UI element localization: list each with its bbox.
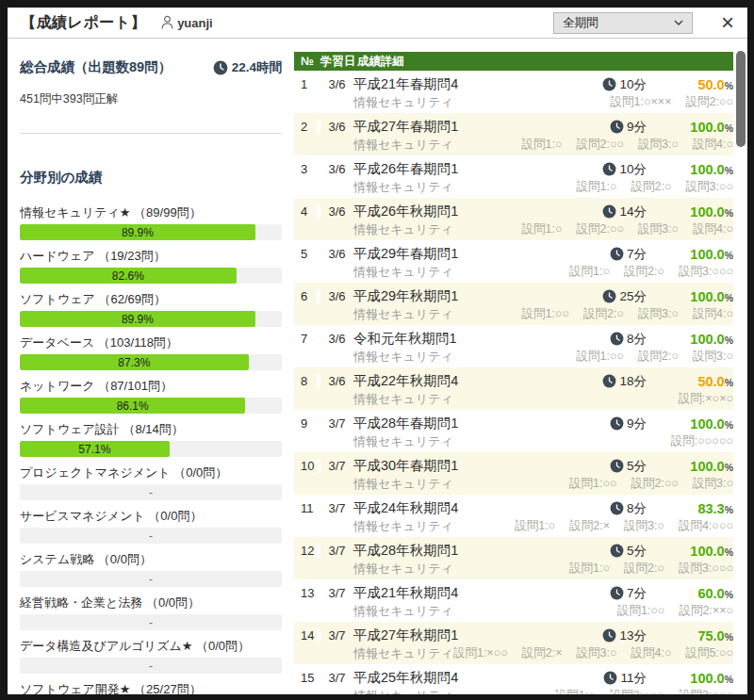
content: 総合成績（出題数89問） 22.4時間 451問中393問正解 87.1% 分野…	[8, 40, 747, 694]
row-date: 3/7	[320, 544, 353, 558]
table-row[interactable]: 113/7平成24年秋期問48分83.3%情報セキュリティ設問1:○設問2:×設…	[294, 495, 733, 537]
row-number: 11	[294, 501, 320, 515]
percent-value: 50.0	[697, 374, 724, 389]
percent-value: 100.0	[690, 247, 724, 262]
percent-unit: %	[725, 80, 733, 91]
table-row[interactable]: 83/6平成22年秋期問418分50.0%情報セキュリティ設問:×○×○	[294, 367, 733, 410]
category-percent: 89.9%	[122, 313, 154, 326]
clock-icon	[610, 247, 624, 261]
duration-value: 8分	[627, 331, 647, 348]
category-list: 情報セキュリティ★ （89/99問）89.9%ハードウェア （19/23問）82…	[20, 204, 282, 694]
header-detail: 成績詳細	[357, 54, 404, 70]
question-result: 設問1:×○○	[453, 645, 508, 661]
category-progress-bar: -	[20, 528, 282, 544]
question-result: 設問4:○	[693, 137, 733, 153]
table-row[interactable]: 133/7平成21年秋期問47分60.0%情報セキュリティ設問1:○○設問2:×…	[294, 579, 733, 622]
exam-category: 情報セキュリティ	[353, 433, 453, 450]
question-result: 設問2:○○	[577, 137, 625, 153]
row-number: 1	[294, 77, 320, 91]
row-duration: 10分	[556, 161, 647, 178]
row-number: 3	[294, 162, 320, 176]
row-percent: 100.0%	[647, 119, 733, 136]
exam-category: 情報セキュリティ	[353, 476, 453, 493]
question-result: 設問2:○	[631, 179, 671, 195]
exam-title: 平成25年秋期問4	[353, 669, 556, 687]
user-info: yuanji	[161, 15, 213, 30]
percent-value: 100.0	[690, 671, 724, 686]
row-percent: 75.0%	[647, 627, 733, 644]
table-row[interactable]: 33/6平成26年春期問110分100.0%情報セキュリティ設問1:○設問2:○…	[294, 155, 733, 198]
category-percent: 82.6%	[112, 269, 144, 283]
results-table: 13/6平成21年春期問410分50.0%情報セキュリティ設問1:○×××設問2…	[294, 71, 733, 694]
exam-title: 平成27年春期問1	[353, 118, 556, 136]
exam-category: 情報セキュリティ	[353, 221, 453, 238]
clock-icon	[602, 162, 616, 176]
row-duration: 8分	[556, 500, 647, 517]
period-select[interactable]: 全期間	[553, 12, 693, 34]
percent-value: 100.0	[690, 289, 724, 304]
exam-category: 情報セキュリティ	[353, 391, 453, 408]
row-percent: 100.0%	[647, 246, 733, 263]
duration-value: 7分	[627, 585, 647, 602]
percent-unit: %	[725, 589, 733, 600]
table-row[interactable]: 63/6平成29年秋期問125分100.0%情報セキュリティ設問1:○○設問2:…	[294, 283, 733, 325]
question-results: 設問1:○×××設問2:○○	[611, 94, 733, 110]
exam-category: 情報セキュリティ	[353, 518, 453, 535]
row-percent: 100.0%	[647, 161, 733, 178]
row-date: 3/6	[320, 374, 353, 388]
category-label: ソフトウェア開発★ （25/27問）	[20, 681, 282, 694]
table-row[interactable]: 73/6令和元年秋期問18分100.0%情報セキュリティ設問1:○○設問2:○設…	[294, 325, 733, 367]
table-row[interactable]: 13/6平成21年春期問410分50.0%情報セキュリティ設問1:○×××設問2…	[294, 71, 733, 113]
category-percent: 57.1%	[78, 443, 110, 456]
row-percent: 83.3%	[647, 500, 733, 517]
question-result: 設問4:○	[631, 645, 671, 661]
row-percent: 100.0%	[647, 288, 733, 305]
table-row[interactable]: 93/7平成28年春期問19分100.0%情報セキュリティ設問:○○○○○	[294, 410, 733, 452]
exam-category: 情報セキュリティ	[353, 264, 453, 281]
table-row[interactable]: 123/7平成28年秋期問15分100.0%情報セキュリティ設問1:○設問2:○…	[294, 537, 733, 579]
percent-value: 60.0	[697, 586, 724, 601]
category-label: サービスマネジメント （0/0問）	[20, 508, 282, 525]
scrollbar-thumb[interactable]	[736, 51, 746, 147]
exam-title: 平成28年秋期問1	[353, 542, 556, 560]
table-row[interactable]: 153/7平成25年秋期問411分100.0%情報セキュリティ設問1:○設問2:…	[294, 664, 733, 694]
question-result: 設問2:○	[583, 306, 624, 322]
question-result: 設問2:○○	[631, 476, 679, 492]
percent-value: 100.0	[690, 459, 724, 474]
row-duration: 9分	[556, 119, 647, 136]
row-duration: 10分	[556, 76, 647, 93]
question-result: 設問4:○○○	[679, 518, 733, 534]
row-number: 2	[294, 120, 320, 134]
category-progress-bar: 89.9%	[20, 224, 282, 240]
table-row[interactable]: 43/6平成26年秋期問114分100.0%情報セキュリティ設問1:○設問2:○…	[294, 198, 733, 240]
row-percent: 50.0%	[647, 76, 733, 93]
exam-category: 情報セキュリティ	[353, 603, 453, 620]
table-row[interactable]: 103/7平成30年春期問15分100.0%情報セキュリティ設問1:○○設問2:…	[294, 452, 733, 495]
scrollbar[interactable]	[736, 51, 746, 690]
category-progress-bar: 87.3%	[20, 354, 282, 370]
duration-value: 5分	[627, 543, 647, 560]
category-item: ハードウェア （19/23問）82.6%	[20, 248, 282, 284]
question-result: 設問1:○	[555, 688, 596, 694]
table-row[interactable]: 143/7平成27年秋期問113分75.0%情報セキュリティ設問1:×○○設問2…	[294, 622, 733, 664]
exam-title: 令和元年秋期問1	[353, 330, 556, 348]
row-number: 4	[294, 204, 320, 219]
clock-icon	[213, 60, 228, 75]
question-results: 設問1:○○設問2:××○	[617, 603, 733, 619]
percent-value: 100.0	[690, 204, 724, 220]
total-time-value: 22.4時間	[232, 59, 282, 76]
close-icon[interactable]: ×	[721, 13, 734, 32]
percent-unit: %	[725, 292, 733, 303]
percent-unit: %	[725, 462, 733, 473]
row-number: 8	[294, 374, 320, 388]
duration-value: 7分	[627, 246, 647, 263]
clock-icon	[602, 289, 616, 303]
clock-icon	[610, 120, 624, 134]
table-row[interactable]: 53/6平成29年春期問17分100.0%情報セキュリティ設問1:○設問2:○設…	[294, 240, 733, 283]
row-duration: 7分	[556, 585, 647, 602]
clock-icon	[610, 586, 624, 600]
row-date: 3/6	[320, 120, 353, 134]
table-row[interactable]: 23/6平成27年春期問19分100.0%情報セキュリティ設問1:○設問2:○○…	[294, 113, 733, 155]
category-item: 経営戦略・企業と法務 （0/0問）-	[20, 594, 282, 630]
category-item: 情報セキュリティ★ （89/99問）89.9%	[20, 204, 282, 240]
